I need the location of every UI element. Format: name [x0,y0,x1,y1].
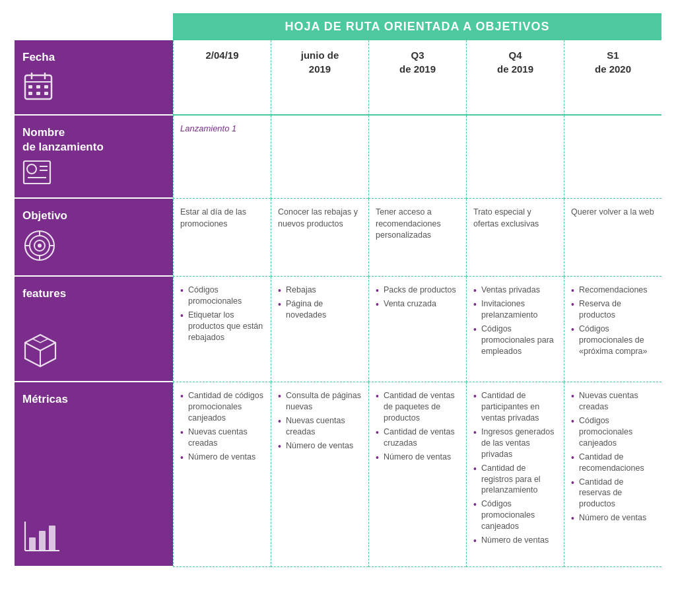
page-wrapper: HOJA DE RUTA ORIENTADA A OBJETIVOS Fecha [15,13,661,567]
svg-rect-5 [36,85,40,88]
calendar-icon [22,70,54,104]
fecha-label: Fecha [22,50,55,65]
col-header-1: 2/04/19 [173,40,271,116]
launch-name-2 [271,116,368,199]
roadmap-table: Fecha 2/04/19 junio de2019 [15,40,661,567]
target-icon [22,228,57,265]
svg-point-18 [38,244,42,248]
col-header-3: Q3de 2019 [368,40,466,116]
row-label-nombre: Nombrede lanzamiento [15,116,173,199]
col-header-5: S1de 2020 [564,40,661,116]
svg-rect-28 [39,531,46,551]
objective-4: Trato especial y ofertas exclusivas [466,199,564,277]
svg-rect-7 [28,92,32,95]
metricas-1: Cantidad de códigos promocionales canjea… [173,382,271,567]
features-3: Packs de productos Venta cruzada [368,277,466,382]
features-label: features [22,287,66,301]
features-4: Ventas privadas Invitaciones prelanzamie… [466,277,564,382]
launch-name-1: Lanzamiento 1 [173,116,271,199]
objective-2: Conocer las rebajas y nuevos productos [271,199,368,277]
features-2: Rebajas Página de novedades [271,277,368,382]
row-label-fecha: Fecha [15,40,173,116]
svg-rect-8 [36,92,40,95]
svg-rect-9 [44,92,48,95]
box-icon [22,332,59,371]
metricas-3: Cantidad de ventas de paquetes de produc… [368,382,466,567]
chart-icon [22,519,62,556]
launch-name-3 [368,116,466,199]
metricas-5: Nuevas cuentas creadas Códigos promocion… [564,382,661,567]
launch-name-4 [466,116,564,199]
badge-icon [22,160,51,188]
svg-rect-29 [49,526,55,551]
row-label-objetivo: Objetivo [15,199,173,277]
objective-1: Estar al día de las promociones [173,199,271,277]
col-header-2: junio de2019 [271,40,368,116]
col-header-4: Q4de 2019 [466,40,564,116]
row-label-metricas: Métricas [15,382,173,567]
objective-5: Querer volver a la web [564,199,661,277]
features-1: Códigos promocionales Etiquetar los prod… [173,277,271,382]
row-label-features: features [15,277,173,382]
objective-3: Tener acceso a recomendaciones personali… [368,199,466,277]
nombre-label: Nombrede lanzamiento [22,125,104,154]
svg-rect-27 [29,537,36,551]
svg-rect-6 [44,85,48,88]
objetivo-label: Objetivo [22,209,67,223]
metricas-2: Consulta de páginas nuevas Nuevas cuenta… [271,382,368,567]
svg-rect-4 [28,85,32,88]
svg-point-11 [27,164,36,174]
metricas-4: Cantidad de participantes en ventas priv… [466,382,564,567]
metricas-label: Métricas [22,392,68,407]
launch-name-5 [564,116,661,199]
features-5: Recomendaciones Reserva de productos Cód… [564,277,661,382]
header-title: HOJA DE RUTA ORIENTADA A OBJETIVOS [173,13,661,40]
